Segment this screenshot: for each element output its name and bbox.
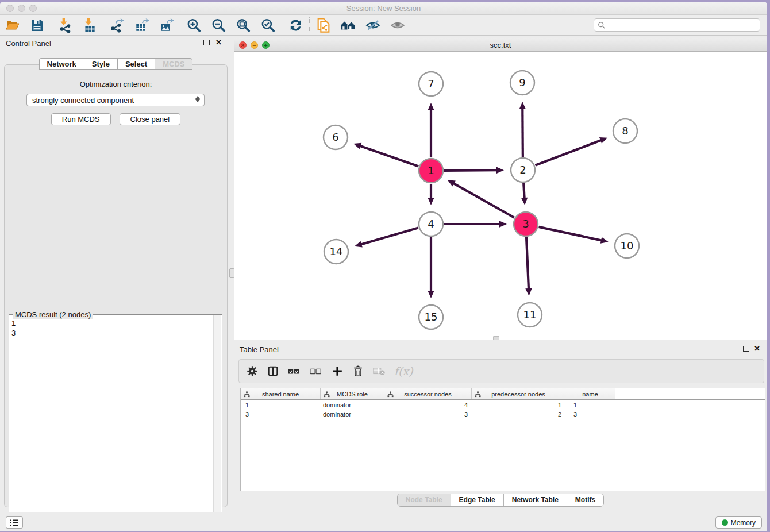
- cell-shared-name[interactable]: 1: [241, 400, 321, 410]
- two-houses-icon: [340, 18, 357, 33]
- mcds-result-group: MCDS result (2 nodes) 1 3: [9, 314, 222, 530]
- arrowhead-icon: [519, 102, 526, 109]
- column-header-shared-name[interactable]: shared name: [241, 388, 321, 399]
- run-mcds-button[interactable]: Run MCDS: [51, 113, 111, 125]
- table-header-row: shared name MCDS role successor nodes pr…: [241, 388, 765, 400]
- tab-network-table[interactable]: Network Table: [504, 494, 567, 506]
- select-all-button[interactable]: [287, 363, 301, 380]
- cell-successor-nodes[interactable]: 3: [384, 410, 472, 419]
- zoom-fit-icon: [236, 18, 251, 33]
- deselect-all-button[interactable]: [309, 363, 323, 380]
- network-window-title: scc.txt: [234, 41, 767, 49]
- add-row-button[interactable]: [331, 363, 344, 380]
- memory-button[interactable]: Memory: [715, 516, 762, 529]
- split-view-button[interactable]: [267, 363, 279, 380]
- task-history-button[interactable]: [6, 516, 23, 529]
- zoom-in-button[interactable]: [182, 17, 206, 34]
- refresh-button[interactable]: [283, 17, 308, 34]
- edge-4-14[interactable]: [360, 228, 418, 244]
- table-row[interactable]: 3 dominator 3 2 3: [241, 410, 765, 419]
- delete-row-button[interactable]: [352, 363, 364, 380]
- tab-motifs[interactable]: Motifs: [567, 494, 603, 506]
- import-table-button[interactable]: [77, 17, 102, 34]
- export-table-button[interactable]: [129, 17, 154, 34]
- cell-shared-name[interactable]: 3: [241, 410, 321, 419]
- close-panel-icon[interactable]: ✕: [215, 38, 222, 47]
- edge-3-1[interactable]: [453, 183, 514, 218]
- toolbar-separator: [309, 17, 310, 33]
- column-header-name[interactable]: name: [565, 388, 615, 399]
- column-header-mcds-role[interactable]: MCDS role: [321, 388, 384, 399]
- hierarchy-icon: [244, 391, 250, 398]
- search-input[interactable]: [606, 21, 760, 29]
- edge-2-3[interactable]: [523, 183, 524, 199]
- zoom-selected-button[interactable]: [256, 17, 280, 34]
- tab-select[interactable]: Select: [117, 58, 155, 70]
- control-panel-header: Control Panel ✕: [0, 36, 232, 51]
- criterion-select[interactable]: strongly connected component: [26, 94, 205, 106]
- zoom-selected-icon: [260, 18, 276, 33]
- network-view-window: ✕ − + scc.txt 7968124314101511: [234, 38, 767, 340]
- cell-predecessor-nodes[interactable]: 1: [472, 400, 565, 410]
- export-image-button[interactable]: [154, 17, 179, 34]
- gear-icon: [246, 365, 259, 377]
- import-network-button[interactable]: [52, 17, 77, 34]
- horizontal-splitter-handle[interactable]: [493, 336, 499, 340]
- hierarchy-icon: [387, 391, 394, 398]
- toolbar-separator: [51, 17, 51, 33]
- open-session-button[interactable]: [0, 17, 25, 34]
- chevron-updown-icon: [195, 96, 200, 102]
- save-session-button[interactable]: [25, 17, 49, 34]
- close-panel-button[interactable]: Close panel: [120, 113, 181, 125]
- checked-boxes-icon: [287, 366, 301, 376]
- neighbors-button[interactable]: [336, 17, 360, 34]
- node-label-4: 4: [428, 218, 434, 230]
- refresh-icon: [288, 18, 303, 33]
- search-box[interactable]: [594, 18, 760, 32]
- split-view-icon: [267, 365, 279, 377]
- close-table-panel-icon[interactable]: ✕: [754, 344, 760, 353]
- arrowhead-icon: [355, 241, 363, 248]
- clone-network-button[interactable]: [311, 17, 336, 34]
- network-graph[interactable]: 7968124314101511: [234, 52, 767, 340]
- memory-status-dot: [722, 519, 728, 526]
- save-floppy-icon: [30, 18, 44, 32]
- column-header-successor-nodes[interactable]: successor nodes: [384, 388, 472, 399]
- zoom-fit-button[interactable]: [231, 17, 256, 34]
- column-header-predecessor-nodes[interactable]: predecessor nodes: [472, 388, 565, 399]
- mcds-result-title: MCDS result (2 nodes): [13, 310, 93, 319]
- tab-mcds[interactable]: MCDS: [155, 58, 192, 70]
- cell-mcds-role[interactable]: dominator: [321, 400, 384, 410]
- memory-label: Memory: [731, 519, 756, 527]
- main-toolbar: [0, 15, 767, 36]
- cell-name[interactable]: 1: [565, 400, 615, 410]
- plus-icon: [331, 365, 344, 377]
- edge-1-6[interactable]: [360, 146, 419, 167]
- table-settings-button[interactable]: [246, 363, 259, 380]
- export-network-button[interactable]: [105, 17, 129, 34]
- show-view-button[interactable]: [385, 17, 410, 34]
- node-table[interactable]: shared name MCDS role successor nodes pr…: [240, 388, 765, 491]
- edge-1-2[interactable]: [444, 170, 498, 171]
- cell-predecessor-nodes[interactable]: 2: [472, 410, 565, 419]
- cell-name[interactable]: 3: [565, 410, 615, 419]
- edge-2-8[interactable]: [535, 140, 601, 165]
- hierarchy-icon: [324, 391, 330, 398]
- edge-3-10[interactable]: [538, 227, 602, 241]
- tab-style[interactable]: Style: [84, 58, 117, 70]
- cell-mcds-role[interactable]: dominator: [321, 410, 384, 419]
- table-row[interactable]: 1 dominator 4 1 1: [241, 400, 765, 410]
- node-label-8: 8: [622, 125, 628, 137]
- tab-node-table[interactable]: Node Table: [398, 494, 451, 506]
- edge-2-9[interactable]: [522, 108, 523, 157]
- zoom-out-button[interactable]: [206, 17, 231, 34]
- tab-edge-table[interactable]: Edge Table: [451, 494, 504, 506]
- float-table-panel-icon[interactable]: [743, 346, 749, 352]
- import-table-icon: [82, 18, 98, 33]
- edge-3-11[interactable]: [526, 237, 529, 290]
- hide-view-button[interactable]: [360, 17, 385, 34]
- cell-successor-nodes[interactable]: 4: [384, 400, 472, 410]
- float-panel-icon[interactable]: [203, 40, 210, 45]
- tab-network[interactable]: Network: [39, 58, 84, 70]
- result-scrollbar[interactable]: [213, 315, 221, 529]
